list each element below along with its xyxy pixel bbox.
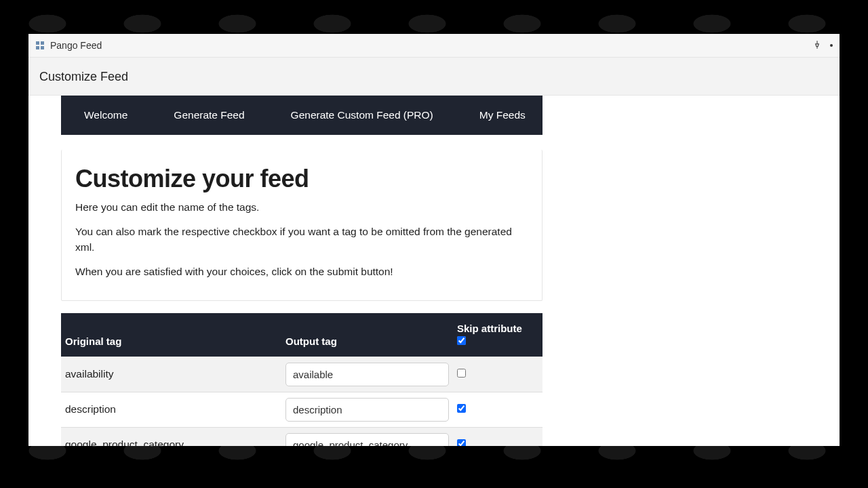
skip-all-checkbox[interactable] [457,336,466,345]
card-heading: Customize your feed [75,165,528,193]
svg-rect-3 [41,46,44,49]
skip-checkbox[interactable] [457,404,466,413]
skip-checkbox[interactable] [457,369,466,378]
card-text-1: Here you can edit the name of the tags. [75,200,528,215]
tab-bar: Welcome Generate Feed Generate Custom Fe… [61,96,542,135]
page-title: Customize Feed [39,70,829,84]
tab-my-feeds[interactable]: My Feeds [456,96,549,135]
cell-original: availability [61,357,281,392]
output-tag-input[interactable] [285,363,449,386]
table-row: google_product_category [61,427,542,446]
col-output-tag: Output tag [281,313,453,357]
info-card: Customize your feed Here you can edit th… [61,150,542,301]
skip-checkbox[interactable] [457,439,466,446]
tab-welcome[interactable]: Welcome [61,96,151,135]
app-icon [35,41,45,50]
output-tag-input[interactable] [285,433,449,446]
app-title: Pango Feed [50,40,102,51]
card-text-3: When you are satisfied with your choices… [75,264,528,279]
svg-rect-0 [36,41,39,45]
col-skip-label: Skip attribute [457,323,522,334]
page-header: Customize Feed [28,58,840,96]
output-tag-input[interactable] [285,398,449,422]
svg-rect-1 [41,41,44,45]
tab-generate-custom-feed[interactable]: Generate Custom Feed (PRO) [268,96,456,135]
tab-generate-feed[interactable]: Generate Feed [151,96,267,135]
titlebar: Pango Feed [28,34,840,58]
table-row: description [61,392,542,427]
content-area: Welcome Generate Feed Generate Custom Fe… [28,96,840,446]
col-original-tag: Original tag [61,313,281,357]
app-window: Pango Feed Customize Feed Welcome Genera… [28,34,840,446]
table-header-row: Original tag Output tag Skip attribute [61,313,542,357]
col-skip-attribute: Skip attribute [453,313,542,357]
cell-original: google_product_category [61,427,281,446]
cell-original: description [61,392,281,427]
menu-dot-icon[interactable] [830,44,833,47]
tag-table: Original tag Output tag Skip attribute a… [61,313,542,446]
pin-icon[interactable] [812,40,822,52]
table-row: availability [61,357,542,392]
card-text-2: You can also mark the respective checkbo… [75,224,528,255]
svg-rect-2 [36,46,39,49]
